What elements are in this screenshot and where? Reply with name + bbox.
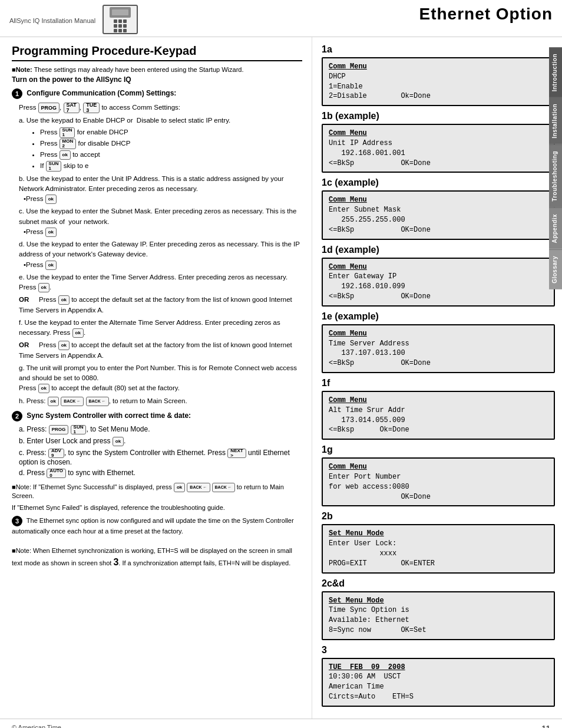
step2-sub-d: d. Press AUTO0 to sync with Ethernet.	[19, 469, 302, 478]
screen-line-8-2: Available: Ethernet	[329, 615, 548, 625]
key-ok-2b: ok	[113, 437, 124, 446]
screen-line-0-3: 2=Disable Ok=Done	[329, 91, 548, 101]
key-ok-f: ok	[72, 328, 84, 338]
screen-box-1g: Comm MenuEnter Port Numberfor web access…	[322, 457, 555, 506]
key-back1-h: BACK ←	[61, 397, 84, 406]
page-header: AllSync IQ Installation Manual Ethernet …	[0, 0, 562, 37]
sidebar-tab-appendix[interactable]: Appendix	[549, 207, 562, 249]
step1-sub-c: c. Use the keypad to enter the Subnet Ma…	[19, 206, 302, 237]
screen-line-5-0: Comm Menu	[329, 396, 548, 406]
screen-line-8-1: Time Sync Option is	[329, 605, 548, 615]
screen-line-0-0: Comm Menu	[329, 62, 548, 72]
key-sun1-2a: SUN1	[71, 425, 87, 434]
step1-circle: 1	[12, 88, 22, 99]
note-label: ■Note:	[12, 66, 32, 73]
screen-line-7-1: Enter User Lock:	[329, 539, 548, 549]
screen-line-1-3: <=BkSp OK=Done	[329, 159, 548, 169]
screen-line-6-0: Comm Menu	[329, 462, 548, 472]
screen-line-1-0: Comm Menu	[329, 129, 548, 139]
left-column: Programming Procedure-Keypad ■Note: Thes…	[0, 37, 312, 719]
screen-line-0-2: 1=Enable	[329, 82, 548, 92]
step1-sub-d: d. Use the keypad to enter the Gateway I…	[19, 239, 302, 270]
key-ok-orf: ok	[58, 341, 70, 350]
screen-line-7-3: PROG=EXIT OK=ENTER	[329, 559, 548, 569]
screen-line-4-3: <=BkSp OK=Done	[329, 358, 548, 368]
key-ok-h: ok	[48, 397, 59, 406]
key-back1-note2: BACK ←	[187, 483, 210, 492]
screen-line-5-1: Alt Time Srur Addr	[329, 406, 548, 416]
key-prog-2a: PROG	[49, 425, 69, 434]
key-tue3: TUE 3	[83, 103, 100, 113]
screen-line-9-2: American Time	[329, 682, 548, 692]
section-label-1eexample: 1e (example)	[322, 311, 555, 322]
step2-header: 2 Sync System Controller with correct ti…	[12, 411, 302, 421]
screen-box-1a: Comm MenuDHCP1=Enable2=Disable Ok=Done	[322, 57, 555, 106]
step2-circle: 2	[12, 411, 22, 421]
step1-sub-f: f. Use the keypad to enter the Alternate…	[19, 318, 302, 338]
sidebar-tab-troubleshooting[interactable]: Troubleshooting	[549, 144, 562, 207]
screen-line-8-3: 8=Sync now OK=Set	[329, 625, 548, 635]
step2-sub-c: c. Press: ADV9, to sync the System Contr…	[19, 449, 302, 466]
step1-press-line: Press PROG, SAT 7, TUE 3 to access Comm …	[19, 103, 302, 113]
page-title: Ethernet Option	[419, 5, 553, 24]
sidebar-tab-installation[interactable]: Installation	[549, 97, 562, 144]
screen-box-1bexample: Comm MenuUnit IP Address 192.168.001.001…	[322, 124, 555, 173]
main-content: Programming Procedure-Keypad ■Note: Thes…	[0, 37, 562, 719]
section-label-2cd: 2c&d	[322, 578, 555, 589]
key-ok-b: ok	[45, 195, 57, 204]
screen-line-3-2: 192.168.010.099	[329, 282, 548, 292]
screen-line-9-3: Circts=Auto ETH=S	[329, 692, 548, 702]
key-ok-g: ok	[38, 384, 49, 393]
screen-line-2-3: <=BkSp OK=Done	[329, 225, 548, 235]
step1-sub-b: b. Use the keypad to enter the Unit IP A…	[19, 174, 302, 205]
device-keypad	[114, 19, 127, 32]
screen-line-3-1: Enter Gateway IP	[329, 272, 548, 282]
screen-box-3: TUE FEB 09 200810:30:06 AM USCTAmerican …	[322, 658, 555, 707]
section-label-1dexample: 1d (example)	[322, 245, 555, 255]
step1-title: Configure Communication (Comm) Settings:	[27, 89, 176, 97]
screen-line-5-2: 173.014.055.009	[329, 416, 548, 426]
key-ok-d: ok	[45, 261, 57, 270]
key-ok-note2: ok	[174, 483, 185, 492]
screen-line-2-2: 255.255.255.000	[329, 215, 548, 225]
bullet-skip: If SUN1 skip to e	[40, 160, 302, 172]
bullet-enable-dhcp: Press SUN1 for enable DHCP	[40, 127, 302, 138]
section-label-3: 3	[322, 645, 555, 655]
key-back2-h: BACK ←	[86, 397, 109, 406]
section-label-1bexample: 1b (example)	[322, 111, 555, 121]
step1-or-f: OR Press ok to accept the default set at…	[19, 340, 302, 361]
key-mon2: MON2	[59, 139, 77, 149]
step1-press-d: •Press ok	[24, 260, 302, 270]
key-ok-c: ok	[45, 228, 57, 237]
screen-line-1-1: Unit IP Address	[329, 139, 548, 149]
screen-line-0-1: DHCP	[329, 72, 548, 82]
screen-line-5-3: <=Bksp Ok=Done	[329, 425, 548, 435]
screen-line-4-0: Comm Menu	[329, 329, 548, 339]
page-footer: © American Time 11	[0, 719, 562, 728]
key-prog: PROG	[38, 103, 60, 113]
step1-press-b: •Press ok	[24, 194, 302, 204]
step2-sub-b: b. Enter User Lock and press ok.	[19, 437, 302, 446]
screen-line-9-1: 10:30:06 AM USCT	[329, 672, 548, 682]
manual-title: AllSync IQ Installation Manual	[9, 15, 95, 24]
step3-bold-num: 3	[113, 557, 118, 567]
screen-line-3-3: <=BkSp OK=Done	[329, 292, 548, 302]
note-text: ■Note: These settings may already have b…	[12, 66, 302, 73]
sidebar-tab-introduction[interactable]: Introduction	[549, 47, 562, 97]
step3-circle: 3	[12, 516, 22, 526]
page-number: 11	[542, 724, 550, 728]
step1-press-c: •Press ok	[24, 227, 302, 237]
bullet-accept: Press ok to accept	[40, 149, 302, 160]
step2-content: a. Press: PROG SUN1, to Set Menu Mode. b…	[19, 425, 302, 478]
section-label-1g: 1g	[322, 444, 555, 455]
copyright: © American Time	[12, 724, 61, 728]
turn-on-text: Turn on the power to the AllSync IQ	[12, 75, 302, 84]
device-screen	[110, 7, 131, 18]
screen-line-2-1: Enter Subnet Mask	[329, 205, 548, 215]
key-next: NEXT>	[227, 449, 246, 458]
step1-sub-e: e. Use the keypad to enter the Time Serv…	[19, 272, 302, 293]
key-auto0: AUTO0	[47, 469, 66, 478]
section-label-1a: 1a	[322, 44, 555, 55]
section-label-2b: 2b	[322, 511, 555, 522]
sidebar-tab-glossary[interactable]: Glossary	[549, 249, 562, 289]
